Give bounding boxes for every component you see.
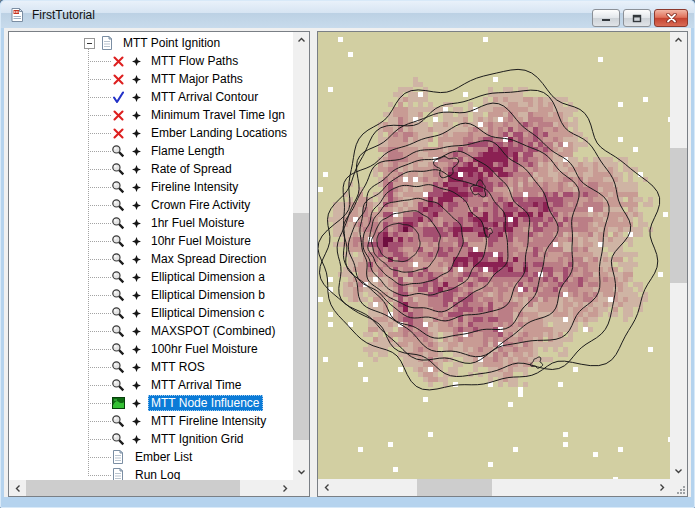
magnifier-icon[interactable] <box>111 180 125 194</box>
tree-horizontal-scrollbar[interactable] <box>9 480 293 496</box>
layer-tree[interactable]: MTT Point IgnitionMTT Flow PathsMTT Majo… <box>9 32 293 480</box>
restore-button[interactable] <box>623 9 651 27</box>
tree-item-label[interactable]: Elliptical Dimension a <box>148 269 268 285</box>
tree-item-mtt-arrival-time[interactable]: MTT Arrival Time <box>9 376 293 394</box>
scroll-right-button[interactable] <box>276 480 293 496</box>
magnifier-icon[interactable] <box>111 342 125 356</box>
tree-item-label[interactable]: 1hr Fuel Moisture <box>148 215 247 231</box>
tree-item-ember-list[interactable]: Ember List <box>9 448 293 466</box>
red-x-icon[interactable] <box>111 72 125 86</box>
collapse-toggle[interactable] <box>84 38 95 49</box>
tree-item-label[interactable]: MTT Arrival Contour <box>148 89 261 105</box>
tree-item-mtt-major-paths[interactable]: MTT Major Paths <box>9 70 293 88</box>
magnifier-icon[interactable] <box>111 360 125 374</box>
tree-item-label[interactable]: MTT Point Ignition <box>120 35 223 51</box>
map-horizontal-scrollbar[interactable] <box>318 479 670 496</box>
magnifier-icon[interactable] <box>111 432 125 446</box>
scroll-up-button[interactable] <box>293 32 309 48</box>
tree-item-label[interactable]: Crown Fire Activity <box>148 197 253 213</box>
scroll-down-button[interactable] <box>670 463 687 479</box>
tree-item-label[interactable]: MTT Ignition Grid <box>148 431 246 447</box>
resize-grip[interactable] <box>670 479 687 496</box>
scroll-thumb[interactable] <box>417 479 492 496</box>
scroll-left-button[interactable] <box>318 479 335 496</box>
tree-item-minimum-travel-time-ign[interactable]: Minimum Travel Time Ign <box>9 106 293 124</box>
scroll-up-button[interactable] <box>670 32 687 48</box>
tree-item-label[interactable]: Run Log <box>132 467 183 480</box>
minimize-button[interactable] <box>592 9 620 27</box>
magnifier-icon[interactable] <box>111 270 125 284</box>
tree-item-flame-length[interactable]: Flame Length <box>9 142 293 160</box>
magnifier-icon[interactable] <box>111 378 125 392</box>
close-button[interactable] <box>654 9 688 27</box>
tree-item-rate-of-spread[interactable]: Rate of Spread <box>9 160 293 178</box>
tree-item-ember-landing-locations[interactable]: Ember Landing Locations <box>9 124 293 142</box>
scroll-down-button[interactable] <box>293 464 309 480</box>
scroll-thumb[interactable] <box>670 148 687 283</box>
tree-item-label[interactable]: Minimum Travel Time Ign <box>148 107 288 123</box>
magnifier-icon[interactable] <box>111 198 125 212</box>
tree-item-100hr-fuel-moisture[interactable]: 100hr Fuel Moisture <box>9 340 293 358</box>
diamond-icon <box>132 417 141 426</box>
magnifier-icon[interactable] <box>111 144 125 158</box>
title-bar[interactable]: FirstTutorial <box>1 1 694 28</box>
tree-item-label[interactable]: MTT Fireline Intensity <box>148 413 269 429</box>
magnifier-icon[interactable] <box>111 414 125 428</box>
tree-item-max-spread-direction[interactable]: Max Spread Direction <box>9 250 293 268</box>
magnifier-icon[interactable] <box>111 234 125 248</box>
tree-item-mtt-ros[interactable]: MTT ROS <box>9 358 293 376</box>
tree-item-1hr-fuel-moisture[interactable]: 1hr Fuel Moisture <box>9 214 293 232</box>
blue-check-icon[interactable] <box>111 90 125 104</box>
scroll-thumb[interactable] <box>293 213 309 440</box>
tree-item-label[interactable]: MAXSPOT (Combined) <box>148 323 278 339</box>
tree-item-mtt-flow-paths[interactable]: MTT Flow Paths <box>9 52 293 70</box>
tree-item-elliptical-dimension-c[interactable]: Elliptical Dimension c <box>9 304 293 322</box>
tree-item-run-log[interactable]: Run Log <box>9 466 293 480</box>
tree-item-label[interactable]: Max Spread Direction <box>148 251 269 267</box>
tree-item-label[interactable]: Elliptical Dimension c <box>148 305 267 321</box>
tree-item-fireline-intensity[interactable]: Fireline Intensity <box>9 178 293 196</box>
tree-vertical-scrollbar[interactable] <box>293 32 309 480</box>
tree-item-label[interactable]: MTT Arrival Time <box>148 377 244 393</box>
tree-item-elliptical-dimension-b[interactable]: Elliptical Dimension b <box>9 286 293 304</box>
map-vertical-scrollbar[interactable] <box>670 32 687 479</box>
tree-item-maxspot-combined[interactable]: MAXSPOT (Combined) <box>9 322 293 340</box>
map-canvas[interactable] <box>318 32 670 479</box>
tree-item-label[interactable]: Elliptical Dimension b <box>148 287 268 303</box>
magnifier-icon[interactable] <box>111 216 125 230</box>
tree-item-label[interactable]: Flame Length <box>148 143 227 159</box>
theme-image-icon[interactable] <box>111 396 125 410</box>
scroll-thumb[interactable] <box>26 480 240 496</box>
scroll-left-button[interactable] <box>9 480 26 496</box>
tree-item-elliptical-dimension-a[interactable]: Elliptical Dimension a <box>9 268 293 286</box>
tree-item-mtt-ignition-grid[interactable]: MTT Ignition Grid <box>9 430 293 448</box>
red-x-icon[interactable] <box>111 126 125 140</box>
tree-item-label[interactable]: MTT Flow Paths <box>148 53 241 69</box>
magnifier-icon[interactable] <box>111 288 125 302</box>
tree-item-mtt-fireline-intensity[interactable]: MTT Fireline Intensity <box>9 412 293 430</box>
tree-item-label[interactable]: Ember Landing Locations <box>148 125 290 141</box>
tree-item-mtt-node-influence[interactable]: MTT Node Influence <box>9 394 293 412</box>
tree-item-label[interactable]: 100hr Fuel Moisture <box>148 341 261 357</box>
tree-item-mtt-arrival-contour[interactable]: MTT Arrival Contour <box>9 88 293 106</box>
tree-item-label[interactable]: Fireline Intensity <box>148 179 241 195</box>
tree-item-mtt-point-ignition[interactable]: MTT Point Ignition <box>9 34 293 52</box>
map-pane[interactable] <box>317 31 688 497</box>
tree-item-label[interactable]: MTT Node Influence <box>148 395 263 411</box>
tree-item-crown-fire-activity[interactable]: Crown Fire Activity <box>9 196 293 214</box>
scroll-right-button[interactable] <box>653 479 670 496</box>
magnifier-icon[interactable] <box>111 306 125 320</box>
layer-tree-pane[interactable]: MTT Point IgnitionMTT Flow PathsMTT Majo… <box>8 31 310 497</box>
magnifier-icon[interactable] <box>111 324 125 338</box>
magnifier-icon[interactable] <box>111 252 125 266</box>
tree-item-label[interactable]: Ember List <box>132 449 195 465</box>
magnifier-icon[interactable] <box>111 162 125 176</box>
tree-connector <box>88 475 111 476</box>
tree-item-label[interactable]: Rate of Spread <box>148 161 235 177</box>
red-x-icon[interactable] <box>111 108 125 122</box>
tree-item-10hr-fuel-moisture[interactable]: 10hr Fuel Moisture <box>9 232 293 250</box>
tree-item-label[interactable]: 10hr Fuel Moisture <box>148 233 254 249</box>
tree-item-label[interactable]: MTT Major Paths <box>148 71 246 87</box>
red-x-icon[interactable] <box>111 54 125 68</box>
tree-item-label[interactable]: MTT ROS <box>148 359 208 375</box>
